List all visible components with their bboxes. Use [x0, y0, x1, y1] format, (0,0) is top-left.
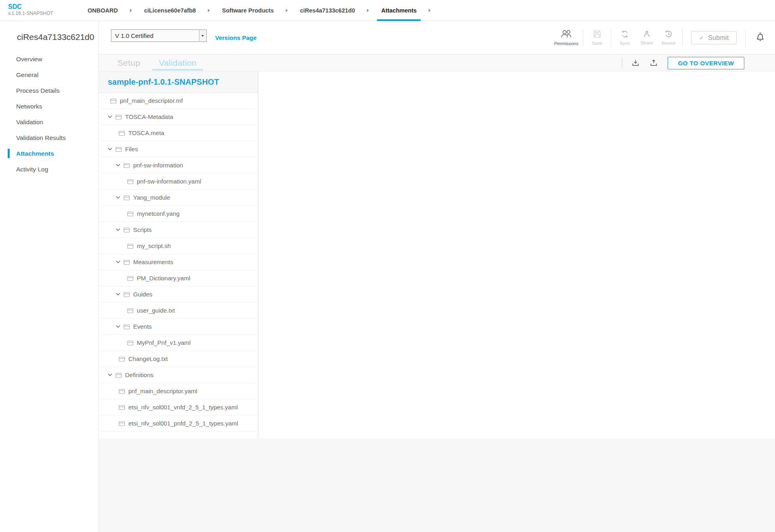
- chevron-down-icon[interactable]: [116, 293, 122, 296]
- share-label: Share: [641, 40, 653, 45]
- sidebar-item-attachments[interactable]: Attachments: [0, 146, 98, 161]
- save-button[interactable]: Save: [586, 30, 608, 46]
- tree-row-pnf-main-descriptor-yaml[interactable]: pnf_main_descriptor.yaml: [99, 383, 258, 399]
- version-header: V 1.0 Certified Versions Page Permissons…: [99, 21, 775, 54]
- tree-row-label: Scripts: [133, 226, 152, 233]
- breadcrumb: ONBOARDciLicense60e7afb8Software Product…: [87, 0, 442, 21]
- page-title: ciRes4a7133c621d0: [17, 32, 94, 42]
- file-tree: pnf_main_descriptor.mfTOSCA-MetadataTOSC…: [99, 93, 258, 432]
- folder-icon: [119, 130, 125, 136]
- folder-icon: [110, 98, 117, 104]
- tree-row-changelog-txt[interactable]: ChangeLog.txt: [99, 351, 258, 367]
- folder-icon: [115, 372, 122, 378]
- tree-row-pnf-main-descriptor-mf[interactable]: pnf_main_descriptor.mf: [99, 93, 258, 109]
- breadcrumb-item-onboard[interactable]: ONBOARD: [87, 0, 119, 21]
- sdc-logo[interactable]: SDC v.1.16.1-SNAPSHOT: [8, 3, 53, 16]
- breadcrumb-item-cilicense60e7afb8[interactable]: ciLicense60e7afb8: [143, 0, 197, 21]
- tree-row-label: user_guide.txt: [137, 307, 175, 314]
- breadcrumb-item-cires4a7133c621d0[interactable]: ciRes4a7133c621d0: [299, 0, 356, 21]
- sidebar: ciRes4a7133c621d0 OverviewGeneralProcess…: [0, 21, 99, 532]
- tree-row-pm-dictionary-yaml[interactable]: PM_Dictionary.yaml: [99, 270, 258, 286]
- tree-row-pnf-sw-information-yaml[interactable]: pnf-sw-information.yaml: [99, 173, 258, 190]
- chevron-down-icon[interactable]: [116, 261, 122, 263]
- sdc-version-text: v.1.16.1-SNAPSHOT: [8, 10, 53, 16]
- chevron-down-icon[interactable]: [116, 196, 122, 199]
- tree-row-label: TOSCA.meta: [128, 129, 164, 136]
- tree-row-label: TOSCA-Metadata: [125, 113, 173, 120]
- tree-row-guides[interactable]: Guides: [99, 286, 258, 303]
- breadcrumb-item-attachments[interactable]: Attachments: [380, 0, 417, 21]
- tree-row-label: Files: [125, 146, 138, 152]
- go-to-overview-button[interactable]: GO TO OVERVIEW: [668, 57, 744, 69]
- chevron-down-icon[interactable]: [116, 228, 122, 231]
- submit-button[interactable]: ✓Submit: [691, 31, 737, 44]
- breadcrumb-separator-icon: [286, 9, 288, 12]
- tree-row-label: pnf-sw-information.yaml: [137, 178, 201, 185]
- versions-page-link[interactable]: Versions Page: [215, 21, 257, 54]
- chevron-down-icon[interactable]: [108, 373, 114, 376]
- tree-row-definitions[interactable]: Definitions: [99, 367, 258, 383]
- tree-row-user-guide-txt[interactable]: user_guide.txt: [99, 303, 258, 319]
- sidebar-item-validation-results[interactable]: Validation Results: [0, 130, 98, 146]
- users-icon: [560, 29, 572, 40]
- tree-row-pnf-sw-information[interactable]: pnf-sw-information: [99, 157, 258, 173]
- top-bar: SDC v.1.16.1-SNAPSHOT ONBOARDciLicense60…: [0, 0, 775, 21]
- folder-icon: [119, 356, 125, 362]
- tree-row-files[interactable]: Files: [99, 141, 258, 157]
- tree-row-events[interactable]: Events: [99, 319, 258, 335]
- folder-icon: [124, 259, 130, 265]
- tree-row-my-script-sh[interactable]: my_script.sh: [99, 238, 258, 254]
- notifications-bell-button[interactable]: [748, 31, 772, 44]
- save-label: Save: [592, 41, 602, 46]
- breadcrumb-separator-icon: [367, 9, 369, 12]
- tree-row-yang-module[interactable]: Yang_module: [99, 190, 258, 206]
- toolbar-divider: [611, 29, 611, 47]
- upload-icon[interactable]: [645, 59, 663, 67]
- strip-divider: [622, 58, 622, 68]
- chevron-down-icon[interactable]: [108, 148, 114, 150]
- tree-row-etsi-nfv-sol001-pnfd-2-5-1-types-yaml[interactable]: etsi_nfv_sol001_pnfd_2_5_1_types.yaml: [99, 415, 258, 432]
- sidebar-item-validation[interactable]: Validation: [0, 114, 98, 130]
- tab-strip: SetupValidation GO TO OVERVIEW: [99, 54, 775, 71]
- tree-row-label: etsi_nfv_sol001_pnfd_2_5_1_types.yaml: [128, 420, 238, 427]
- sdc-logo-text: SDC: [8, 3, 53, 10]
- tab-setup[interactable]: Setup: [111, 54, 147, 71]
- sync-button[interactable]: Sync: [614, 30, 636, 46]
- folder-icon: [124, 292, 130, 297]
- tree-row-scripts[interactable]: Scripts: [99, 222, 258, 238]
- sidebar-item-general[interactable]: General: [0, 67, 98, 83]
- sidebar-item-overview[interactable]: Overview: [0, 51, 98, 67]
- tree-row-etsi-nfv-sol001-vnfd-2-5-1-types-yaml[interactable]: etsi_nfv_sol001_vnfd_2_5_1_types.yaml: [99, 399, 258, 415]
- revert-icon: [665, 30, 672, 40]
- tree-row-label: Events: [133, 323, 152, 330]
- sidebar-item-process-details[interactable]: Process Details: [0, 83, 98, 98]
- submit-label: Submit: [708, 34, 729, 42]
- chevron-down-icon[interactable]: [116, 325, 122, 328]
- share-button[interactable]: Share: [636, 30, 658, 45]
- sdc-app-screen: SDC v.1.16.1-SNAPSHOT ONBOARDciLicense60…: [0, 0, 775, 532]
- tab-strip-controls: GO TO OVERVIEW: [622, 54, 775, 71]
- tree-row-mynetconf-yang[interactable]: mynetconf.yang: [99, 206, 258, 222]
- share-icon: [643, 30, 651, 39]
- tree-row-tosca-metadata[interactable]: TOSCA-Metadata: [99, 109, 258, 125]
- breadcrumb-item-software-products[interactable]: Software Products: [221, 0, 274, 21]
- tree-row-label: Yang_module: [133, 194, 170, 201]
- version-select[interactable]: V 1.0 Certified: [111, 29, 207, 42]
- version-select-value: V 1.0 Certified: [115, 32, 153, 39]
- chevron-down-icon[interactable]: [108, 115, 114, 118]
- check-icon: ✓: [699, 34, 704, 42]
- sidebar-item-activity-log[interactable]: Activity Log: [0, 161, 98, 177]
- attachment-preview-pane: [259, 71, 775, 438]
- chevron-down-icon[interactable]: [116, 164, 122, 167]
- revert-button[interactable]: Revert: [658, 30, 679, 46]
- sidebar-item-networks[interactable]: Networks: [0, 98, 98, 114]
- tree-row-mypnf-pnf-v1-yaml[interactable]: MyPnf_Pnf_v1.yaml: [99, 335, 258, 351]
- tree-row-label: ChangeLog.txt: [128, 355, 168, 362]
- tab-validation[interactable]: Validation: [152, 54, 203, 71]
- permissons-button[interactable]: Permissons: [553, 29, 580, 46]
- tree-row-label: pnf-sw-information: [133, 162, 183, 169]
- tree-row-label: PM_Dictionary.yaml: [137, 275, 190, 282]
- download-icon[interactable]: [626, 59, 645, 67]
- tree-row-tosca-meta[interactable]: TOSCA.meta: [99, 125, 258, 141]
- tree-row-measurements[interactable]: Measurements: [99, 254, 258, 270]
